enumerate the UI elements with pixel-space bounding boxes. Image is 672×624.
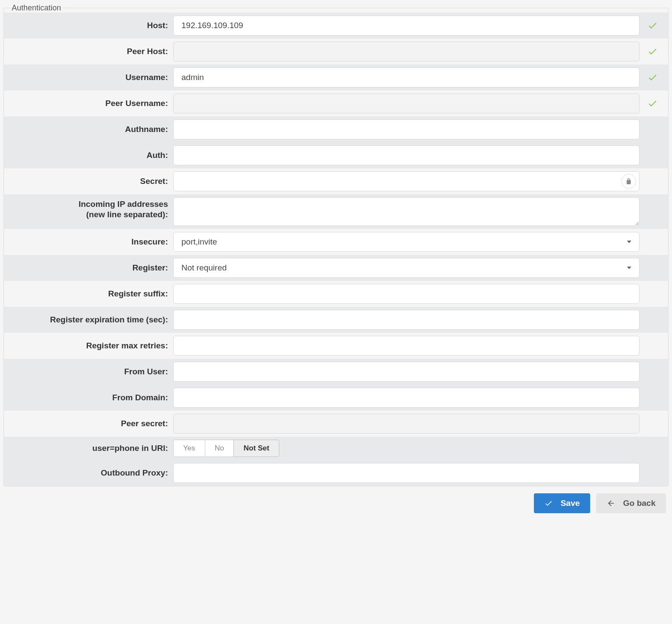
go-back-button[interactable]: Go back [596,493,666,513]
go-back-label: Go back [623,499,656,508]
label-peer-username: Peer Username: [6,93,173,113]
label-outbound-proxy: Outbound Proxy: [6,463,173,483]
label-secret: Secret: [6,171,173,191]
register-value: Not required [181,263,227,273]
host-input[interactable] [173,16,640,35]
peer-host-input[interactable] [173,42,640,61]
row-register-expire: Register expiration time (sec): [4,307,668,333]
user-phone-notset[interactable]: Not Set [233,440,279,457]
check-icon [647,98,658,109]
lock-icon[interactable] [621,174,636,189]
register-suffix-input[interactable] [173,284,640,304]
insecure-select[interactable]: port,invite [173,232,640,252]
chevron-down-icon [627,267,631,269]
check-icon [647,72,658,83]
row-host: Host: [4,13,668,39]
row-username: Username: [4,64,668,90]
label-host: Host: [6,16,173,35]
footer-actions: Save Go back [3,486,669,516]
user-phone-yes[interactable]: Yes [173,440,205,457]
label-register-expire: Register expiration time (sec): [6,310,173,330]
save-label: Save [561,499,580,508]
row-from-domain: From Domain: [4,385,668,411]
row-outbound-proxy: Outbound Proxy: [4,460,668,486]
label-peer-secret: Peer secret: [6,414,173,434]
row-insecure: Insecure: port,invite [4,229,668,255]
secret-input[interactable] [173,171,640,191]
row-secret: Secret: [4,168,668,194]
label-incoming-ip: Incoming IP addresses (new line separate… [6,197,173,226]
row-register-retries: Register max retries: [4,333,668,359]
label-register-retries: Register max retries: [6,336,173,356]
check-icon [647,20,658,31]
row-authname: Authname: [4,116,668,142]
row-user-phone: user=phone in URI: Yes No Not Set [4,437,668,460]
insecure-value: port,invite [181,237,217,247]
row-auth: Auth: [4,142,668,168]
peer-username-input[interactable] [173,93,640,113]
row-incoming-ip: Incoming IP addresses (new line separate… [4,194,668,229]
label-from-domain: From Domain: [6,388,173,408]
chevron-down-icon [627,241,631,243]
check-icon [647,46,658,57]
label-register-suffix: Register suffix: [6,284,173,304]
save-button[interactable]: Save [534,493,590,513]
register-expire-input[interactable] [173,310,640,330]
row-peer-secret: Peer secret: [4,411,668,437]
from-user-input[interactable] [173,362,640,382]
row-peer-host: Peer Host: [4,39,668,64]
label-user-phone: user=phone in URI: [6,440,173,457]
label-insecure: Insecure: [6,232,173,252]
fieldset-legend: Authentication [10,3,63,13]
check-icon [544,499,553,508]
label-peer-host: Peer Host: [6,42,173,61]
label-authname: Authname: [6,119,173,139]
label-auth: Auth: [6,145,173,165]
auth-input[interactable] [173,145,640,165]
outbound-proxy-input[interactable] [173,463,640,483]
register-retries-input[interactable] [173,336,640,356]
peer-secret-input[interactable] [173,414,640,434]
label-username: Username: [6,68,173,87]
username-input[interactable] [173,68,640,87]
row-peer-username: Peer Username: [4,90,668,116]
row-register: Register: Not required [4,255,668,281]
authentication-fieldset: Authentication Host: Peer Host: [3,3,669,486]
arrow-left-icon [607,499,615,508]
authname-input[interactable] [173,119,640,139]
label-register: Register: [6,258,173,278]
user-phone-toggle: Yes No Not Set [173,440,279,457]
user-phone-no[interactable]: No [205,440,234,457]
incoming-ip-textarea[interactable] [173,197,640,226]
label-from-user: From User: [6,362,173,382]
from-domain-input[interactable] [173,388,640,408]
row-from-user: From User: [4,359,668,385]
row-register-suffix: Register suffix: [4,281,668,307]
register-select[interactable]: Not required [173,258,640,278]
